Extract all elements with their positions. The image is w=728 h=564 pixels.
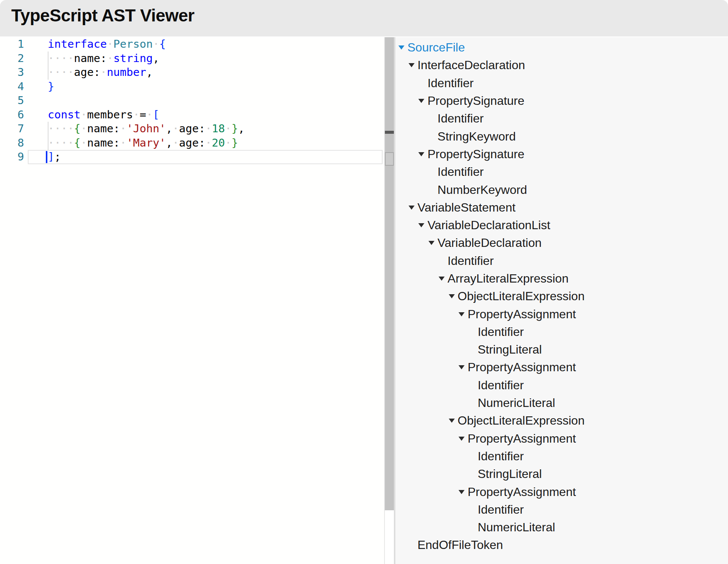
tree-node-variabledeclarationlist[interactable]: VariableDeclarationList	[395, 216, 728, 234]
tree-node-numericliteral[interactable]: NumericLiteral	[395, 394, 728, 412]
tree-node-propertyassignment[interactable]: PropertyAssignment	[395, 305, 728, 323]
tree-node-stringkeyword[interactable]: StringKeyword	[395, 127, 728, 145]
line-number-6[interactable]: 6	[0, 108, 24, 122]
code-line-9[interactable]: ];	[48, 150, 384, 164]
code-line-3[interactable]: ····age:·number,	[48, 65, 384, 80]
line-number-gutter[interactable]: 123456789	[0, 37, 24, 164]
code-line-7[interactable]: ····{·name:·'John',·age:·18·},	[48, 122, 384, 136]
ast-node-label: Identifier	[437, 112, 484, 126]
tree-node-numberkeyword[interactable]: NumberKeyword	[395, 181, 728, 198]
triangle-down-icon[interactable]	[398, 45, 404, 50]
triangle-down-icon[interactable]	[409, 206, 415, 210]
ast-node-label: VariableDeclaration	[437, 236, 542, 250]
code-line-4[interactable]: }	[48, 80, 384, 94]
whitespace-dots: ····	[48, 66, 74, 79]
expander-placeholder	[428, 188, 437, 192]
code-token: const	[48, 108, 80, 121]
expander[interactable]	[459, 312, 468, 316]
expander[interactable]	[459, 365, 468, 369]
expander[interactable]	[398, 45, 407, 50]
tree-node-identifier[interactable]: Identifier	[395, 501, 728, 519]
tree-node-propertyassignment[interactable]: PropertyAssignment	[395, 483, 728, 500]
triangle-down-icon[interactable]	[428, 241, 434, 245]
tree-node-variabledeclaration[interactable]: VariableDeclaration	[395, 234, 728, 252]
triangle-down-icon[interactable]	[459, 437, 465, 441]
editor-scrollbar[interactable]	[384, 37, 395, 564]
tree-node-identifier[interactable]: Identifier	[395, 163, 728, 181]
ast-node-label: PropertyAssignment	[468, 432, 576, 446]
expander[interactable]	[418, 152, 427, 156]
line-number-8[interactable]: 8	[0, 136, 24, 150]
whitespace-dots: ····	[48, 136, 74, 149]
tree-node-arrayliteralexpression[interactable]: ArrayLiteralExpression	[395, 270, 728, 287]
expander[interactable]	[409, 63, 418, 67]
tree-node-identifier[interactable]: Identifier	[395, 74, 728, 92]
expander[interactable]	[459, 490, 468, 494]
expander[interactable]	[449, 294, 458, 298]
line-number-3[interactable]: 3	[0, 65, 24, 80]
code-content[interactable]: interface·Person·{····name:·string,····a…	[48, 37, 384, 164]
code-line-2[interactable]: ····name:·string,	[48, 51, 384, 66]
ast-node-label: PropertyAssignment	[468, 485, 576, 499]
code-token: 'John'	[127, 122, 166, 135]
triangle-down-icon[interactable]	[449, 294, 455, 298]
tree-node-variablestatement[interactable]: VariableStatement	[395, 199, 728, 216]
code-token: interface	[48, 38, 107, 50]
triangle-down-icon[interactable]	[439, 277, 445, 281]
line-number-7[interactable]: 7	[0, 122, 24, 136]
ast-node-label: NumericLiteral	[478, 520, 555, 534]
triangle-down-icon[interactable]	[459, 490, 465, 494]
tree-node-interfacedeclaration[interactable]: InterfaceDeclaration	[395, 56, 728, 74]
expander[interactable]	[449, 419, 458, 423]
triangle-down-icon[interactable]	[418, 99, 424, 103]
tree-node-propertysignature[interactable]: PropertySignature	[395, 92, 728, 110]
line-number-5[interactable]: 5	[0, 94, 24, 108]
tree-node-stringliteral[interactable]: StringLiteral	[395, 341, 728, 358]
tree-node-objectliteralexpression[interactable]: ObjectLiteralExpression	[395, 412, 728, 429]
tree-node-sourcefile[interactable]: SourceFile	[395, 39, 728, 56]
code-token: 'Mary'	[127, 136, 166, 149]
code-line-1[interactable]: interface·Person·{	[48, 37, 384, 51]
whitespace-dots: ·	[80, 136, 87, 149]
expander[interactable]	[418, 223, 427, 227]
ast-node-label: Identifier	[478, 503, 524, 517]
whitespace-dots: ·	[100, 66, 107, 79]
tree-node-identifier[interactable]: Identifier	[395, 252, 728, 270]
indent-guide	[48, 65, 48, 80]
scrollbar-thumb[interactable]	[385, 37, 394, 510]
line-number-4[interactable]: 4	[0, 80, 24, 94]
expander[interactable]	[418, 99, 427, 103]
code-editor[interactable]: 123456789 interface·Person·{····name:·st…	[0, 37, 384, 564]
expander[interactable]	[439, 277, 448, 281]
expander[interactable]	[409, 206, 418, 210]
triangle-down-icon[interactable]	[409, 63, 415, 67]
tree-node-stringliteral[interactable]: StringLiteral	[395, 465, 728, 483]
triangle-down-icon[interactable]	[449, 419, 455, 423]
triangle-down-icon[interactable]	[418, 223, 424, 227]
code-line-5[interactable]	[48, 94, 384, 108]
code-token: }	[232, 136, 238, 149]
tree-node-propertyassignment[interactable]: PropertyAssignment	[395, 358, 728, 376]
tree-node-identifier[interactable]: Identifier	[395, 377, 728, 394]
triangle-down-icon[interactable]	[418, 152, 424, 156]
whitespace-dots: ·	[205, 122, 212, 135]
triangle-down-icon[interactable]	[459, 365, 465, 369]
tree-node-identifier[interactable]: Identifier	[395, 448, 728, 465]
tree-node-propertysignature[interactable]: PropertySignature	[395, 145, 728, 163]
tree-node-numericliteral[interactable]: NumericLiteral	[395, 519, 728, 536]
line-number-2[interactable]: 2	[0, 51, 24, 66]
tree-node-identifier[interactable]: Identifier	[395, 323, 728, 341]
triangle-down-icon[interactable]	[459, 312, 465, 316]
ast-tree-panel[interactable]: SourceFileInterfaceDeclarationIdentifier…	[395, 37, 728, 564]
tree-node-propertyassignment[interactable]: PropertyAssignment	[395, 430, 728, 448]
code-line-8[interactable]: ····{·name:·'Mary',·age:·20·}	[48, 136, 384, 150]
tree-node-objectliteralexpression[interactable]: ObjectLiteralExpression	[395, 287, 728, 305]
tree-node-endoffiletoken[interactable]: EndOfFileToken	[395, 536, 728, 554]
expander[interactable]	[428, 241, 437, 245]
code-line-6[interactable]: const·members·=·[	[48, 108, 384, 122]
line-number-9[interactable]: 9	[0, 150, 24, 164]
tree-node-identifier[interactable]: Identifier	[395, 110, 728, 127]
expander[interactable]	[459, 437, 468, 441]
line-number-1[interactable]: 1	[0, 37, 24, 51]
whitespace-dots: ·	[107, 52, 113, 65]
